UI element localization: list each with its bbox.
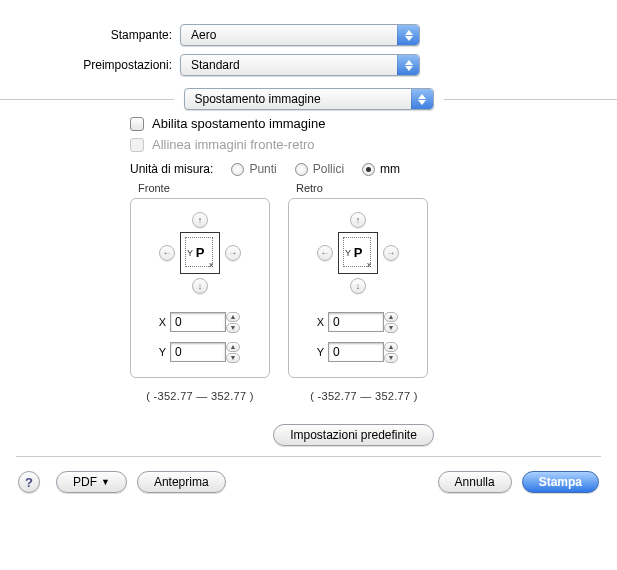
defaults-button[interactable]: Impostazioni predefinite: [273, 424, 434, 446]
radio-icon: [295, 163, 308, 176]
presets-select[interactable]: Standard: [180, 54, 420, 76]
front-y-input[interactable]: 0: [170, 342, 226, 362]
printer-label: Stampante:: [0, 28, 180, 42]
stepper-up-icon: ▲: [226, 312, 240, 322]
stepper-up-icon: ▲: [384, 312, 398, 322]
section-select[interactable]: Spostamento immagine: [184, 88, 434, 110]
enable-shift-label: Abilita spostamento immagine: [152, 116, 325, 131]
printer-select[interactable]: Aero: [180, 24, 420, 46]
select-arrows-icon: [397, 25, 419, 45]
enable-shift-checkbox[interactable]: [130, 117, 144, 131]
section-value: Spostamento immagine: [195, 92, 321, 106]
select-arrows-icon: [411, 89, 433, 109]
stepper-down-icon: ▼: [226, 323, 240, 333]
front-x-label: X: [156, 316, 170, 328]
back-x-label: X: [314, 316, 328, 328]
back-title: Retro: [296, 182, 428, 194]
front-x-stepper[interactable]: ▲ ▼: [226, 312, 244, 333]
printer-value: Aero: [191, 28, 216, 42]
unit-mm-radio[interactable]: mm: [362, 162, 400, 176]
back-x-input[interactable]: 0: [328, 312, 384, 332]
chevron-down-icon: ▼: [101, 477, 110, 487]
cancel-button[interactable]: Annulla: [438, 471, 512, 493]
stepper-down-icon: ▼: [384, 353, 398, 363]
pdf-button[interactable]: PDF▼: [56, 471, 127, 493]
align-duplex-checkbox: [130, 138, 144, 152]
front-group: Fronte ↑ ← Y P x →: [130, 182, 270, 378]
front-left-button[interactable]: ←: [159, 245, 175, 261]
back-y-input[interactable]: 0: [328, 342, 384, 362]
preview-button[interactable]: Anteprima: [137, 471, 226, 493]
back-left-button[interactable]: ←: [317, 245, 333, 261]
unit-points-radio[interactable]: Punti: [231, 162, 276, 176]
units-label: Unità di misura:: [130, 162, 213, 176]
select-arrows-icon: [397, 55, 419, 75]
unit-inches-radio[interactable]: Pollici: [295, 162, 344, 176]
front-x-input[interactable]: 0: [170, 312, 226, 332]
front-y-stepper[interactable]: ▲ ▼: [226, 342, 244, 363]
stepper-down-icon: ▼: [226, 353, 240, 363]
front-range: ( -352.77 — 352.77 ): [130, 390, 270, 402]
stepper-up-icon: ▲: [384, 342, 398, 352]
back-range: ( -352.77 — 352.77 ): [294, 390, 434, 402]
back-right-button[interactable]: →: [383, 245, 399, 261]
divider: [444, 99, 618, 100]
back-y-label: Y: [314, 346, 328, 358]
front-right-button[interactable]: →: [225, 245, 241, 261]
presets-value: Standard: [191, 58, 240, 72]
help-button[interactable]: ?: [18, 471, 40, 493]
back-y-stepper[interactable]: ▲ ▼: [384, 342, 402, 363]
back-x-stepper[interactable]: ▲ ▼: [384, 312, 402, 333]
front-down-button[interactable]: ↓: [192, 278, 208, 294]
radio-icon: [362, 163, 375, 176]
back-page-preview: Y P x: [338, 232, 378, 274]
front-page-preview: Y P x: [180, 232, 220, 274]
stepper-down-icon: ▼: [384, 323, 398, 333]
divider: [0, 99, 174, 100]
front-title: Fronte: [138, 182, 270, 194]
stepper-up-icon: ▲: [226, 342, 240, 352]
back-down-button[interactable]: ↓: [350, 278, 366, 294]
back-up-button[interactable]: ↑: [350, 212, 366, 228]
presets-label: Preimpostazioni:: [0, 58, 180, 72]
align-duplex-label: Allinea immagini fronte-retro: [152, 137, 315, 152]
print-button[interactable]: Stampa: [522, 471, 599, 493]
front-y-label: Y: [156, 346, 170, 358]
back-group: Retro ↑ ← Y P x →: [288, 182, 428, 378]
front-up-button[interactable]: ↑: [192, 212, 208, 228]
radio-icon: [231, 163, 244, 176]
